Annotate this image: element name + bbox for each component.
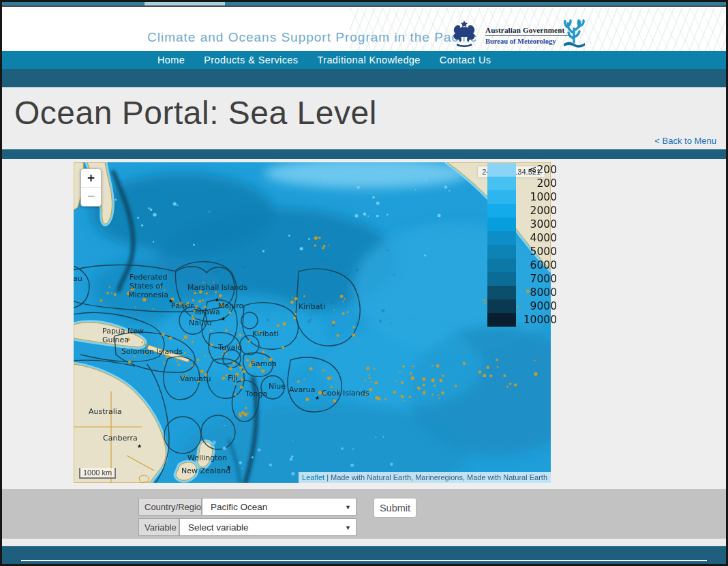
map-label: Micronesia <box>128 291 168 299</box>
australian-government-logo[interactable]: Australian Government Bureau of Meteorol… <box>449 20 571 50</box>
capital-star-marker: ★ <box>215 297 219 303</box>
page-title: Ocean Portal: Sea Level <box>14 94 377 132</box>
map-label: Cook Islands <box>322 389 369 398</box>
nav-item-home[interactable]: Home <box>157 55 185 65</box>
gov-logo-rule <box>485 35 571 36</box>
teal-divider-bar <box>2 149 726 159</box>
map-labels: lauFederatedStates ofMicronesiaPalikirMa… <box>74 162 551 483</box>
legend-row: 7000 <box>487 272 557 286</box>
footer-underline <box>21 560 707 561</box>
legend-depth-label: 4000 <box>519 232 557 244</box>
map-label: Majuro <box>218 302 243 310</box>
map-label: Palikir <box>171 302 194 310</box>
gov-logo-line1: Australian Government <box>485 26 571 34</box>
map-label: Guinea <box>102 336 129 344</box>
legend-row: 1000 <box>487 190 557 204</box>
depth-legend: <200200100020003000400050006000700080009… <box>487 163 557 327</box>
map-label: Kiribati <box>299 303 325 311</box>
map-label: Tuvalu <box>218 344 242 352</box>
coat-of-arms-icon <box>449 20 480 50</box>
legend-color-swatch <box>487 313 516 327</box>
main-nav: Home Products & Services Traditional Kno… <box>2 51 726 69</box>
legend-color-swatch <box>487 272 516 286</box>
legend-color-swatch <box>487 299 516 313</box>
map-label: Solomon Islands <box>121 348 183 356</box>
map-label: Fiji <box>228 374 238 383</box>
legend-depth-label: 5000 <box>519 245 557 258</box>
legend-depth-label: 6000 <box>519 259 557 271</box>
legend-color-swatch <box>487 218 516 231</box>
legend-depth-label: 200 <box>519 177 557 190</box>
legend-color-swatch <box>487 231 516 245</box>
legend-color-swatch <box>487 177 516 190</box>
legend-row: 5000 <box>487 245 557 258</box>
site-title: Climate and Oceans Support Program in th… <box>147 30 477 45</box>
selection-form: Country/Region Pacific Ocean ▼ Submit Va… <box>2 489 726 539</box>
legend-row: 3000 <box>487 218 557 231</box>
nav-item-traditional-knowledge[interactable]: Traditional Knowledge <box>317 55 420 65</box>
legend-depth-label: 8000 <box>519 286 557 299</box>
legend-row: 10000 <box>487 313 557 327</box>
title-bar: Ocean Portal: Sea Level < Back to Menu <box>2 87 726 149</box>
variable-label: Variable <box>138 518 179 536</box>
map-zoom-control: + − <box>80 168 102 207</box>
country-region-select[interactable]: Pacific Ocean ▼ <box>202 498 357 516</box>
map-label: Tonga <box>245 390 267 398</box>
legend-row: 6000 <box>487 258 557 272</box>
map-label: Samoa <box>251 360 277 368</box>
map-label: States of <box>130 282 163 291</box>
legend-color-swatch <box>487 190 516 204</box>
footer-bar <box>2 546 726 564</box>
main-content: lauFederatedStates ofMicronesiaPalikirMa… <box>2 159 726 489</box>
variable-select[interactable]: Select variable ▼ <box>179 518 357 536</box>
nav-item-products-services[interactable]: Products & Services <box>204 55 298 65</box>
attribution-credits: | Made with Natural Earth, Marineregions… <box>324 473 547 481</box>
country-region-value: Pacific Ocean <box>211 502 267 512</box>
legend-color-swatch <box>487 258 516 272</box>
capital-star-marker: ★ <box>168 299 173 304</box>
legend-row: <200 <box>487 163 557 177</box>
map-label: Avarua <box>289 386 315 394</box>
zoom-out-button[interactable]: − <box>81 188 101 206</box>
dropdown-caret-icon: ▼ <box>345 524 351 531</box>
scroll-thumb[interactable] <box>145 2 225 5</box>
dropdown-caret-icon: ▼ <box>345 504 351 511</box>
legend-depth-label: 9000 <box>519 300 557 312</box>
nav-sub-bar <box>2 69 726 87</box>
legend-color-swatch <box>487 204 516 218</box>
legend-depth-label: 7000 <box>519 273 557 285</box>
leaflet-map[interactable]: lauFederatedStates ofMicronesiaPalikirMa… <box>74 162 551 483</box>
country-region-label: Country/Region <box>138 498 202 516</box>
map-label: Wellington <box>187 454 227 462</box>
legend-color-swatch <box>487 286 516 299</box>
legend-depth-label: 10000 <box>519 314 557 326</box>
capital-star-marker: ★ <box>226 465 231 471</box>
variable-value: Select variable <box>188 522 249 533</box>
map-label: Papua New <box>102 327 144 336</box>
map-attribution: Leaflet | Made with Natural Earth, Marin… <box>299 472 551 483</box>
legend-depth-label: 1000 <box>519 191 557 203</box>
legend-row: 8000 <box>487 286 557 299</box>
zoom-in-button[interactable]: + <box>81 169 101 188</box>
capital-star-marker: ★ <box>315 396 320 401</box>
submit-button[interactable]: Submit <box>374 498 416 518</box>
header: Climate and Oceans Support Program in th… <box>2 8 726 51</box>
map-scale-bar: 1000 km <box>79 468 116 479</box>
footer-light-strip <box>2 539 726 546</box>
legend-row: 4000 <box>487 231 557 245</box>
nav-item-contact-us[interactable]: Contact Us <box>440 55 491 65</box>
capital-star-marker: ★ <box>137 444 142 449</box>
leaflet-link[interactable]: Leaflet <box>302 473 324 481</box>
coral-icon <box>560 18 588 50</box>
map-label: lau <box>74 275 82 283</box>
top-scroll-strip <box>2 2 726 7</box>
legend-color-swatch <box>487 245 516 258</box>
map-label: New Zealand <box>181 467 230 475</box>
map-label: Niue <box>269 383 286 391</box>
back-to-menu-link[interactable]: < Back to Menu <box>654 136 716 146</box>
map-label: Kiribati <box>252 330 279 338</box>
legend-row: 9000 <box>487 299 557 313</box>
map-label: Canberra <box>103 434 138 443</box>
map-label: Marshall Islands <box>187 284 247 292</box>
map-label: Vanuatu <box>180 375 211 383</box>
